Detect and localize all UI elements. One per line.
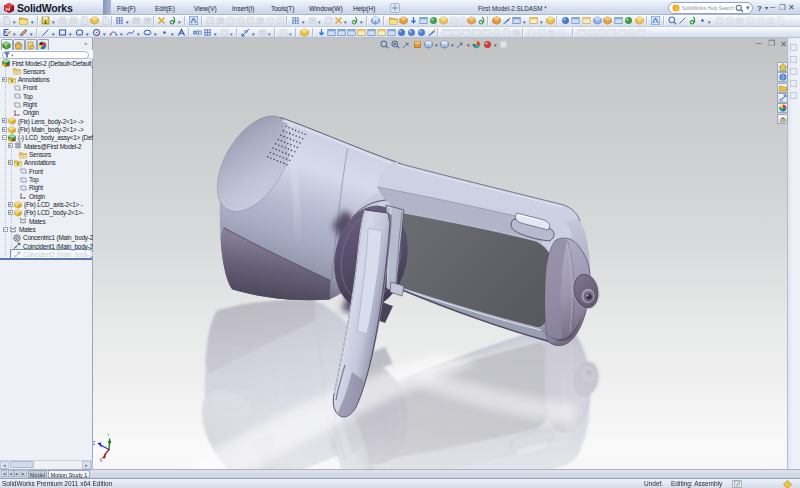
svg-text:X: X: [100, 458, 103, 463]
svg-text:Z: Z: [93, 441, 96, 446]
svg-text:Y: Y: [107, 433, 110, 438]
